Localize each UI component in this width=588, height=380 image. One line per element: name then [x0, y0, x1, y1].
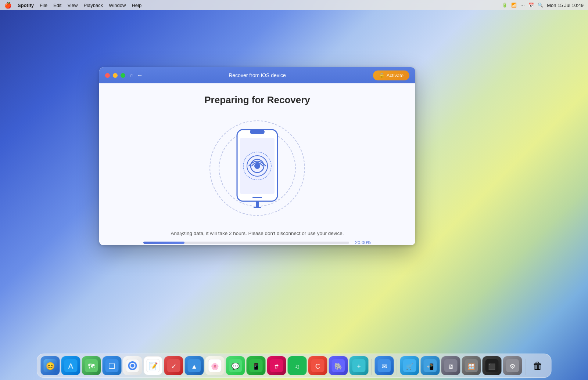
svg-text:🗑: 🗑 — [533, 360, 543, 372]
app-content: Preparing for Recovery — [99, 83, 415, 245]
progress-bar-container: 20.00% — [143, 240, 371, 245]
svg-text:#: # — [275, 363, 278, 370]
svg-text:🌸: 🌸 — [211, 362, 219, 370]
svg-text:📲: 📲 — [427, 363, 434, 370]
svg-rect-9 — [254, 207, 261, 208]
dock-system-prefs[interactable]: ⚙ — [503, 356, 522, 375]
dock-appstore[interactable]: A — [61, 356, 80, 375]
svg-text:🐘: 🐘 — [334, 362, 343, 370]
svg-text:📝: 📝 — [148, 362, 158, 370]
dock-windows[interactable]: 🪟 — [462, 356, 481, 375]
window-controls — [105, 73, 125, 78]
progress-section: Analyzing data, it will take 2 hours. Pl… — [143, 231, 371, 245]
dock-iterm[interactable]: ⬛ — [483, 356, 502, 375]
dock-mastodon[interactable]: 🐘 — [329, 356, 348, 375]
control-center-icon[interactable]: ⋯ — [520, 3, 525, 8]
activate-icon: 🔓 — [379, 73, 385, 78]
dock-tasks[interactable]: ✓ — [164, 356, 183, 375]
maximize-button[interactable] — [121, 73, 125, 78]
progress-bar-track — [143, 242, 349, 244]
activate-label: Activate — [387, 73, 404, 78]
svg-text:C: C — [315, 363, 320, 370]
svg-text:⚙: ⚙ — [510, 363, 516, 370]
svg-point-20 — [131, 364, 135, 368]
phone-svg — [233, 128, 281, 209]
dock: 😊 A 🗺 ❑ 📝 ✓ ▲ 🌸 — [37, 354, 552, 378]
dock-separator-1 — [372, 359, 372, 375]
svg-text:🪟: 🪟 — [468, 363, 475, 370]
menubar-playback[interactable]: Playback — [83, 3, 103, 8]
svg-text:✉: ✉ — [381, 363, 387, 370]
svg-text:💬: 💬 — [232, 362, 240, 370]
menubar-window[interactable]: Window — [109, 3, 126, 8]
dock-whatsapp[interactable]: 📱 — [247, 356, 266, 375]
svg-rect-3 — [252, 197, 262, 198]
menubar-file[interactable]: File — [40, 3, 47, 8]
menubar-help[interactable]: Help — [132, 3, 141, 8]
dock-touchretouch[interactable]: + — [349, 356, 369, 375]
menubar-datetime: Mon 15 Jul 10:49 — [547, 3, 584, 8]
svg-text:🛒: 🛒 — [406, 363, 413, 370]
svg-rect-2 — [250, 130, 265, 134]
phone-illustration — [206, 117, 309, 220]
dock-notion[interactable]: 📝 — [144, 356, 163, 375]
svg-text:😊: 😊 — [46, 362, 55, 370]
dock-dropbox[interactable]: ❑ — [103, 356, 122, 375]
dock-finder[interactable]: 😊 — [41, 356, 60, 375]
dock-screensnap[interactable]: 🖥 — [441, 356, 460, 375]
dock-storeasy[interactable]: 🛒 — [400, 356, 419, 375]
back-icon[interactable]: ← — [137, 72, 143, 79]
title-nav: ⌂ ← — [130, 72, 143, 79]
menubar-app-name[interactable]: Spotify — [18, 3, 34, 8]
progress-message: Analyzing data, it will take 2 hours. Pl… — [143, 231, 371, 236]
battery-icon: 🔋 — [502, 3, 508, 8]
svg-text:✓: ✓ — [171, 363, 176, 370]
home-icon[interactable]: ⌂ — [130, 72, 133, 79]
desktop: 🍎 Spotify File Edit View Playback Window… — [0, 0, 588, 380]
dock-chrome[interactable] — [123, 356, 142, 375]
window-title: Recover from iOS device — [229, 72, 286, 78]
menubar-view[interactable]: View — [67, 3, 78, 8]
menubar: 🍎 Spotify File Edit View Playback Window… — [0, 0, 588, 10]
menubar-right: 🔋 📶 ⋯ 📅 🔍 Mon 15 Jul 10:49 — [502, 3, 584, 8]
dock-maps[interactable]: 🗺 — [82, 356, 101, 375]
minimize-button[interactable] — [113, 73, 118, 78]
activate-button[interactable]: 🔓 Activate — [373, 70, 409, 80]
svg-text:📱: 📱 — [252, 362, 261, 370]
svg-text:⬛: ⬛ — [488, 363, 496, 370]
apple-menu[interactable]: 🍎 — [4, 2, 12, 9]
title-bar: ⌂ ← Recover from iOS device 🔓 Activate — [99, 67, 415, 83]
svg-text:▲: ▲ — [191, 363, 198, 370]
svg-text:A: A — [68, 362, 74, 370]
progress-percent: 20.00% — [354, 240, 371, 245]
svg-text:+: + — [357, 363, 361, 370]
svg-text:🖥: 🖥 — [448, 363, 454, 370]
dock-mail[interactable]: ✉ — [375, 356, 394, 375]
dock-separator-3 — [525, 359, 526, 375]
menubar-edit[interactable]: Edit — [53, 3, 61, 8]
calendar-icon: 📅 — [528, 3, 534, 8]
progress-bar-fill — [143, 242, 184, 244]
dock-trash[interactable]: 🗑 — [528, 356, 548, 375]
svg-text:♫: ♫ — [295, 363, 300, 370]
svg-text:🗺: 🗺 — [88, 363, 95, 370]
close-button[interactable] — [105, 73, 110, 78]
spotlight-icon[interactable]: 🔍 — [538, 3, 543, 8]
dock-navi[interactable]: ▲ — [185, 356, 204, 375]
dock-photos[interactable]: 🌸 — [205, 356, 225, 375]
dock-mobilefixer[interactable]: 📲 — [421, 356, 440, 375]
dock-messages[interactable]: 💬 — [226, 356, 245, 375]
menubar-left: 🍎 Spotify File Edit View Playback Window… — [4, 2, 141, 9]
app-window: ⌂ ← Recover from iOS device 🔓 Activate P… — [99, 67, 415, 245]
dock-spotify[interactable]: ♫ — [288, 356, 307, 375]
svg-text:❑: ❑ — [109, 362, 115, 370]
dock-craft[interactable]: C — [308, 356, 327, 375]
wifi-icon: 📶 — [511, 3, 517, 8]
dock-slack[interactable]: # — [267, 356, 286, 375]
page-title: Preparing for Recovery — [204, 94, 310, 106]
svg-point-4 — [254, 163, 260, 169]
dock-separator-2 — [397, 359, 397, 375]
